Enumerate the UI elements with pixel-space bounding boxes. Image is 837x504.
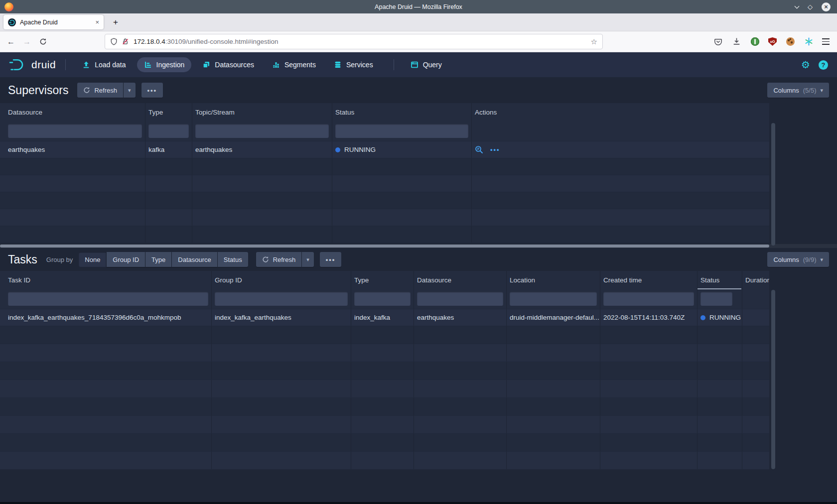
ingestion-icon (144, 61, 152, 69)
tasks-refresh-button[interactable]: Refresh (256, 252, 302, 267)
horizontal-scrollbar[interactable] (0, 244, 837, 248)
filter-type-input[interactable] (354, 292, 411, 306)
menu-hamburger-icon[interactable] (822, 38, 830, 44)
window-bottom-edge (0, 502, 837, 504)
filter-location-input[interactable] (510, 292, 597, 306)
nav-datasources[interactable]: Datasources (195, 57, 261, 72)
extension-green-icon[interactable] (750, 37, 760, 47)
col-header-group-id[interactable]: Group ID (212, 271, 351, 289)
supervisors-refresh-caret-button[interactable]: ▾ (124, 83, 136, 98)
help-icon[interactable]: ? (819, 60, 828, 70)
col-header-duration[interactable]: Duration (742, 271, 769, 289)
cookie-extension-icon[interactable] (785, 37, 795, 47)
nav-segments[interactable]: Segments (265, 57, 323, 72)
filter-datasource-input[interactable] (417, 292, 503, 306)
settings-gear-icon[interactable]: ⚙ (801, 60, 810, 70)
forward-button-icon[interactable]: → (19, 37, 35, 46)
extension-asterisk-icon[interactable] (804, 37, 814, 47)
reload-button-icon[interactable] (35, 38, 51, 45)
console-main: Supervisors Refresh ▾ ••• Columns (5/5) … (0, 77, 837, 504)
empty-row (0, 209, 769, 226)
nav-query[interactable]: Query (404, 57, 449, 72)
task-group-id: index_kafka_earthquakes (212, 309, 351, 326)
brand-name: druid (31, 59, 56, 71)
group-by-none-button[interactable]: None (79, 252, 106, 267)
filter-status-input[interactable] (700, 292, 732, 306)
filter-created-time-input[interactable] (603, 292, 694, 306)
col-header-type[interactable]: Type (145, 103, 192, 122)
col-header-created-time[interactable]: Created time (600, 271, 698, 289)
empty-row (0, 326, 769, 344)
tasks-columns-button[interactable]: Columns (9/9) ▾ (767, 252, 829, 267)
col-header-location[interactable]: Location (507, 271, 600, 289)
supervisors-refresh-button[interactable]: Refresh (77, 83, 123, 98)
tasks-more-button[interactable]: ••• (320, 252, 342, 267)
nav-segments-label: Segments (284, 61, 316, 69)
window-close-icon[interactable]: × (822, 2, 831, 11)
col-header-type[interactable]: Type (351, 271, 414, 289)
tasks-vertical-scrollbar[interactable] (771, 290, 775, 469)
nav-datasources-label: Datasources (215, 61, 254, 69)
supervisors-vertical-scrollbar[interactable] (771, 123, 775, 246)
url-bar[interactable]: 172.18.0.4:30109/unified-console.html#in… (105, 34, 603, 49)
ublock-origin-icon[interactable]: uO (768, 37, 777, 46)
group-by-type-button[interactable]: Type (145, 252, 171, 267)
segments-icon (272, 61, 280, 69)
nav-load-data[interactable]: Load data (75, 57, 133, 72)
task-type: index_kafka (351, 309, 414, 326)
nav-divider (394, 59, 394, 70)
col-header-datasource[interactable]: Datasource (0, 103, 145, 122)
tasks-refresh-caret-button[interactable]: ▾ (302, 252, 314, 267)
view-details-magnifier-icon[interactable] (475, 145, 483, 154)
tasks-columns-label: Columns (773, 256, 799, 263)
supervisors-more-button[interactable]: ••• (141, 83, 163, 98)
filter-task-id-input[interactable] (8, 292, 208, 306)
group-by-status-button[interactable]: Status (218, 252, 248, 267)
filter-status-input[interactable] (335, 124, 468, 138)
caret-down-icon: ▾ (820, 256, 823, 263)
downloads-icon[interactable] (731, 37, 741, 47)
group-by-group-id-button[interactable]: Group ID (107, 252, 145, 267)
filter-group-id-input[interactable] (215, 292, 348, 306)
nav-ingestion[interactable]: Ingestion (137, 57, 192, 72)
horizontal-scrollbar-thumb[interactable] (0, 245, 769, 248)
tasks-refresh-group: Refresh ▾ (256, 252, 314, 267)
window-controls: ◇ × (795, 2, 831, 11)
task-row[interactable]: index_kafka_earthquakes_7184357396d6c0a_… (0, 309, 769, 326)
druid-brand[interactable]: druid (9, 58, 56, 71)
tasks-section: Tasks Group by None Group ID Type Dataso… (0, 248, 837, 470)
filter-topic-stream-input[interactable] (195, 124, 329, 138)
col-header-datasource[interactable]: Datasource (414, 271, 507, 289)
nav-services[interactable]: Services (327, 57, 380, 72)
empty-row (0, 416, 769, 434)
browser-tab-apache-druid[interactable]: Apache Druid × (3, 15, 104, 29)
tab-title: Apache Druid (20, 19, 58, 26)
back-button-icon[interactable]: ← (3, 37, 19, 46)
supervisor-row[interactable]: earthquakes kafka earthquakes RUNNING ••… (0, 141, 769, 158)
new-tab-button[interactable]: + (108, 15, 123, 29)
insecure-lock-icon[interactable] (122, 38, 129, 45)
col-header-task-id[interactable]: Task ID (0, 271, 212, 289)
empty-row (0, 158, 769, 175)
nav-query-label: Query (423, 61, 442, 69)
supervisors-columns-button[interactable]: Columns (5/5) ▾ (767, 83, 829, 98)
window-minimize-icon[interactable] (795, 3, 800, 8)
druid-favicon-icon (8, 18, 16, 26)
supervisors-title: Supervisors (8, 84, 68, 97)
window-maximize-icon[interactable]: ◇ (808, 3, 813, 10)
nav-services-label: Services (346, 61, 373, 69)
col-header-topic-stream[interactable]: Topic/Stream (192, 103, 332, 122)
tracking-shield-icon[interactable] (110, 38, 118, 45)
col-header-status-sorted[interactable]: Status (698, 271, 742, 289)
filter-type-input[interactable] (148, 124, 189, 138)
row-more-actions-icon[interactable]: ••• (490, 146, 500, 153)
supervisors-table-header: Datasource Type Topic/Stream Status Acti… (0, 103, 769, 122)
col-header-status[interactable]: Status (332, 103, 472, 122)
bookmark-star-icon[interactable]: ☆ (591, 37, 597, 46)
supervisor-status: RUNNING (332, 141, 472, 158)
tab-close-icon[interactable]: × (95, 18, 99, 26)
group-by-datasource-button[interactable]: Datasource (172, 252, 217, 267)
caret-down-icon: ▾ (128, 87, 131, 94)
filter-datasource-input[interactable] (8, 124, 142, 138)
pocket-icon[interactable] (713, 37, 723, 47)
